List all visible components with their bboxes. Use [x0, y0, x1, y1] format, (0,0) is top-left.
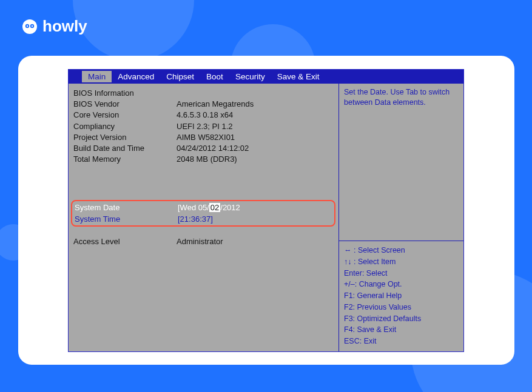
info-label: Build Date and Time [73, 143, 177, 154]
info-label: BIOS Vendor [73, 99, 177, 110]
info-value: UEFI 2.3; PI 1.2 [177, 121, 334, 132]
info-row: Core Version 4.6.5.3 0.18 x64 [69, 110, 338, 121]
info-row: Project Version AIMB W582XI01 [69, 132, 338, 143]
legend-line: F3: Optimized Defaults [344, 313, 459, 325]
date-day-field[interactable]: 02 [209, 203, 220, 212]
info-row: Build Date and Time 04/24/2012 14:12:02 [69, 143, 338, 154]
bios-info-heading: BIOS Information [69, 87, 338, 99]
access-level-value: Administrator [177, 236, 223, 247]
bios-help-panel: Set the Date. Use Tab to switch between … [339, 84, 463, 351]
svg-point-3 [27, 25, 28, 26]
info-label: Core Version [73, 110, 177, 121]
tab-advanced[interactable]: Advanced [112, 71, 160, 82]
content-card: Main Advanced Chipset Boot Security Save… [18, 56, 514, 365]
access-level-label: Access Level [73, 236, 177, 247]
access-level-row: Access Level Administrator [69, 236, 338, 247]
info-row: BIOS Vendor American Megatrends [69, 99, 338, 110]
info-row: Total Memory 2048 MB (DDR3) [69, 154, 338, 165]
info-value: AIMB W582XI01 [177, 132, 334, 143]
info-label: Project Version [73, 132, 177, 143]
brand-text: howly [42, 17, 87, 36]
tab-main[interactable]: Main [82, 71, 112, 82]
system-time-value[interactable]: [21:36:37] [178, 214, 332, 225]
system-date-value[interactable]: [Wed 05/02/2012 [178, 202, 332, 213]
svg-point-4 [32, 25, 33, 26]
highlight-annotation: System Date [Wed 05/02/2012 System Time … [71, 200, 335, 226]
legend-line: Enter: Select [344, 268, 459, 279]
bg-blob [73, 0, 194, 61]
tab-boot[interactable]: Boot [200, 71, 229, 82]
legend-line: ↑↓ : Select Item [344, 256, 459, 268]
system-time-label: System Time [75, 214, 178, 225]
info-value: 04/24/2012 14:12:02 [177, 143, 334, 154]
legend-line: F4: Save & Exit [344, 324, 459, 336]
context-help-text: Set the Date. Use Tab to switch between … [339, 84, 463, 241]
bios-main-panel: BIOS Information BIOS Vendor American Me… [69, 84, 339, 351]
brand-logo: howly [22, 17, 87, 36]
bios-tab-bar: Main Advanced Chipset Boot Security Save… [69, 70, 463, 83]
info-row: Compliancy UEFI 2.3; PI 1.2 [69, 121, 338, 132]
key-legend: ↔ : Select Screen ↑↓ : Select Item Enter… [339, 241, 463, 351]
system-date-label: System Date [75, 202, 178, 213]
tab-chipset[interactable]: Chipset [160, 71, 200, 82]
info-value: 2048 MB (DDR3) [177, 154, 334, 165]
legend-line: F1: General Help [344, 290, 459, 302]
tab-save-exit[interactable]: Save & Exit [271, 71, 326, 82]
info-label: Total Memory [73, 154, 177, 165]
info-label: Compliancy [73, 121, 177, 132]
legend-line: +/–: Change Opt. [344, 279, 459, 290]
owl-icon [22, 19, 38, 35]
info-value: American Megatrends [177, 99, 334, 110]
tab-security[interactable]: Security [229, 71, 271, 82]
legend-line: F2: Previous Values [344, 302, 459, 313]
system-time-row[interactable]: System Time [21:36:37] [74, 214, 332, 225]
legend-line: ESC: Exit [344, 336, 459, 347]
svg-point-0 [22, 19, 37, 34]
info-value: 4.6.5.3 0.18 x64 [177, 110, 334, 121]
system-date-row[interactable]: System Date [Wed 05/02/2012 [74, 202, 332, 213]
legend-line: ↔ : Select Screen [344, 245, 459, 256]
bios-setup-window: Main Advanced Chipset Boot Security Save… [68, 69, 464, 352]
